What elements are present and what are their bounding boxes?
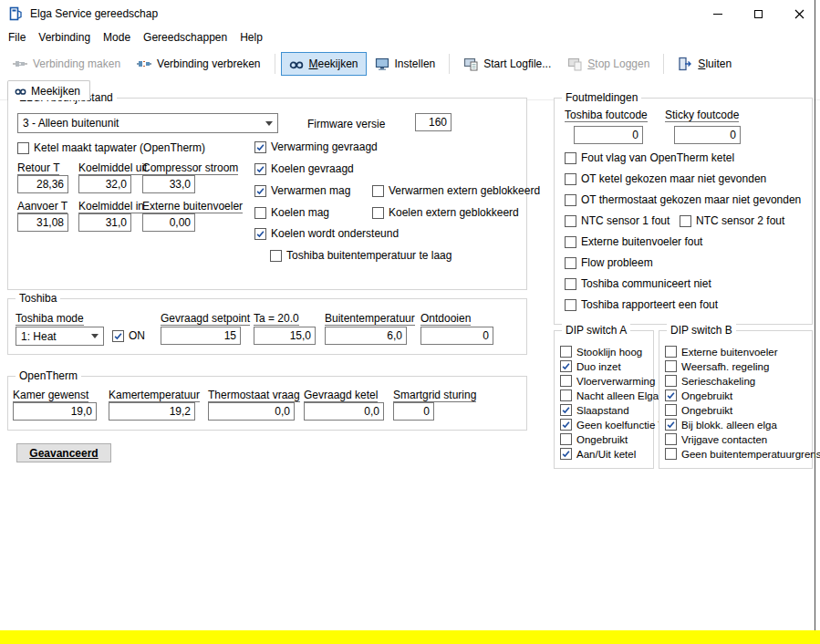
checkbox-dip-b-ongebruikt-1[interactable]: Ongebruikt: [665, 390, 732, 401]
retour-t-field[interactable]: 28,36: [17, 175, 68, 193]
compressor-stroom-field[interactable]: 33,0: [142, 175, 195, 193]
stop-loggen-button[interactable]: Stop Loggen: [559, 52, 658, 76]
checkbox-vrijgave-contacten[interactable]: Vrijgave contacten: [665, 433, 767, 445]
ontdooien-field[interactable]: 0: [420, 327, 493, 345]
checkbox-box[interactable]: [372, 207, 384, 219]
elga-mode-dropdown[interactable]: 3 - Alleen buitenunit: [17, 113, 278, 133]
checkbox-koelen-wordt-ondersteund[interactable]: Koelen wordt ondersteund: [254, 227, 399, 240]
checkbox-aan-uit-ketel[interactable]: Aan/Uit ketel: [560, 448, 636, 460]
checkbox-dip-a-ongebruikt[interactable]: Ongebruikt: [560, 433, 628, 445]
instellen-button[interactable]: Instellen: [367, 52, 444, 76]
checkbox-bij-blokk-alleen-elga[interactable]: Bij blokk. alleen elga: [665, 419, 777, 431]
checkbox-verwarmen-extern-geblokkeerd[interactable]: Verwarmen extern geblokkeerd: [372, 184, 540, 197]
checkbox-box[interactable]: [565, 173, 576, 185]
checkbox-slaapstand[interactable]: Slaapstand: [560, 404, 629, 416]
menu-gereedschappen[interactable]: Gereedschappen: [137, 27, 234, 47]
checkbox-weersafh-regeling[interactable]: Weersafh. regeling: [665, 360, 769, 372]
menu-verbinding[interactable]: Verbinding: [32, 27, 97, 47]
checkbox-box[interactable]: [665, 419, 677, 431]
checkbox-box[interactable]: [665, 404, 677, 416]
checkbox-box[interactable]: [665, 433, 677, 445]
checkbox-verwarmen-mag[interactable]: Verwarmen mag: [254, 184, 350, 197]
checkbox-box[interactable]: [560, 404, 572, 416]
gevraagd-ketel-field[interactable]: 0,0: [304, 402, 384, 421]
minimize-button[interactable]: [697, 0, 738, 27]
smartgrid-sturing-field[interactable]: 0: [393, 402, 434, 421]
verbinding-verbreken-button[interactable]: Verbinding verbreken: [129, 52, 268, 76]
checkbox-box[interactable]: [565, 152, 576, 164]
checkbox-box[interactable]: [17, 142, 29, 154]
thermostaat-vraag-field[interactable]: 0,0: [208, 402, 295, 421]
start-logfile-button[interactable]: Start Logfile...: [455, 52, 559, 76]
checkbox-box[interactable]: [560, 419, 572, 431]
checkbox-box[interactable]: [680, 215, 691, 227]
checkbox-box[interactable]: [560, 375, 572, 387]
checkbox-box[interactable]: [254, 207, 266, 219]
checkbox-box[interactable]: [372, 185, 384, 197]
checkbox-box[interactable]: [665, 390, 677, 401]
firmware-versie-field[interactable]: 160: [415, 113, 452, 131]
checkbox-nacht-alleen-elga[interactable]: Nacht alleen Elga: [560, 390, 659, 401]
checkbox-box[interactable]: [254, 163, 266, 175]
checkbox-flow-probleem[interactable]: Flow probleem: [565, 256, 653, 269]
checkbox-box[interactable]: [560, 390, 572, 401]
sluiten-button[interactable]: Sluiten: [669, 52, 740, 76]
checkbox-toshiba-communiceert-niet[interactable]: Toshiba communiceert niet: [565, 277, 711, 290]
toshiba-foutcode-field[interactable]: 0: [574, 126, 643, 144]
checkbox-box[interactable]: [560, 346, 572, 358]
menu-file[interactable]: File: [2, 27, 32, 47]
checkbox-box[interactable]: [565, 236, 576, 248]
checkbox-koelen-gevraagd[interactable]: Koelen gevraagd: [254, 162, 354, 175]
sticky-foutcode-field[interactable]: 0: [674, 126, 741, 144]
koelmiddel-in-field[interactable]: 31,0: [78, 213, 131, 232]
checkbox-box[interactable]: [565, 299, 576, 311]
toshiba-mode-dropdown[interactable]: 1: Heat: [16, 327, 104, 346]
menu-mode[interactable]: Mode: [97, 27, 137, 47]
checkbox-box[interactable]: [270, 250, 282, 262]
checkbox-ntc-sensor-2-fout[interactable]: NTC sensor 2 fout: [680, 214, 784, 227]
externe-buitenvoeler-field[interactable]: 0,00: [142, 213, 195, 232]
checkbox-toshiba-rapporteert-fout[interactable]: Toshiba rapporteert een fout: [565, 298, 718, 311]
verbinding-maken-button[interactable]: Verbinding maken: [5, 52, 129, 76]
checkbox-externe-buitenvoeler-b[interactable]: Externe buitenvoeler: [665, 346, 777, 358]
checkbox-geen-buitentemperatuurgrens[interactable]: Geen buitentemperatuurgrens: [665, 448, 820, 460]
menu-help[interactable]: Help: [234, 27, 269, 47]
checkbox-koelen-extern-geblokkeerd[interactable]: Koelen extern geblokkeerd: [372, 206, 519, 219]
maximize-button[interactable]: [738, 0, 779, 27]
checkbox-box[interactable]: [665, 448, 677, 460]
checkbox-box[interactable]: [665, 360, 677, 372]
geavanceerd-button[interactable]: Geavanceerd: [16, 443, 111, 462]
aanvoer-t-field[interactable]: 31,08: [17, 213, 68, 232]
tab-meekijken[interactable]: Meekijken: [7, 80, 90, 100]
checkbox-duo-inzet[interactable]: Duo inzet: [560, 360, 621, 372]
checkbox-box[interactable]: [560, 433, 572, 445]
checkbox-box[interactable]: [560, 360, 572, 372]
checkbox-toshiba-buitentemperatuur-te-laag[interactable]: Toshiba buitentemperatuur te laag: [270, 249, 452, 262]
checkbox-verwarming-gevraagd[interactable]: Verwarming gevraagd: [254, 140, 378, 153]
checkbox-box[interactable]: [560, 448, 572, 460]
checkbox-ot-thermostaat-niet-gevonden[interactable]: OT thermostaat gekozen maar niet gevonde…: [565, 193, 801, 206]
checkbox-box[interactable]: [665, 375, 677, 387]
checkbox-ntc-sensor-1-fout[interactable]: NTC sensor 1 fout: [565, 214, 669, 227]
checkbox-box[interactable]: [565, 194, 576, 206]
checkbox-ot-ketel-niet-gevonden[interactable]: OT ketel gekozen maar niet gevonden: [565, 172, 766, 185]
ta-field[interactable]: 15,0: [254, 327, 316, 345]
gevraagd-setpoint-field[interactable]: 15: [161, 327, 241, 345]
checkbox-box[interactable]: [565, 278, 576, 290]
checkbox-koelen-mag[interactable]: Koelen mag: [254, 206, 329, 219]
checkbox-stooklijn-hoog[interactable]: Stooklijn hoog: [560, 346, 642, 358]
checkbox-vloerverwarming[interactable]: Vloerverwarming: [560, 375, 655, 387]
checkbox-toshiba-on[interactable]: ON: [112, 329, 145, 342]
checkbox-externe-buitenvoeler-fout[interactable]: Externe buitenvoeler fout: [565, 235, 702, 248]
checkbox-box[interactable]: [254, 228, 266, 240]
meekijken-button[interactable]: Meekijken: [281, 52, 367, 76]
checkbox-box[interactable]: [254, 141, 266, 153]
checkbox-box[interactable]: [112, 330, 124, 342]
checkbox-box[interactable]: [565, 257, 576, 269]
checkbox-box[interactable]: [254, 185, 266, 197]
buitentemperatuur-field[interactable]: 6,0: [325, 327, 407, 345]
checkbox-fout-vlag-opentherm-ketel[interactable]: Fout vlag van OpenTherm ketel: [565, 151, 734, 164]
checkbox-serieschakeling[interactable]: Serieschakeling: [665, 375, 755, 387]
checkbox-box[interactable]: [565, 215, 576, 227]
checkbox-ketel-maakt-tapwater[interactable]: Ketel maakt tapwater (OpenTherm): [17, 141, 205, 154]
